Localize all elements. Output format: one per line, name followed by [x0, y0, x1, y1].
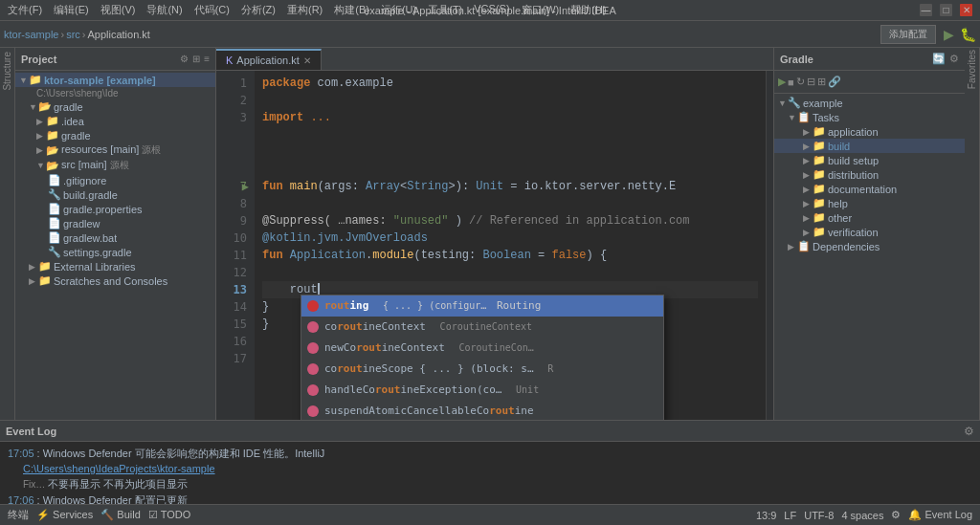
line-ending[interactable]: LF	[784, 510, 796, 521]
gradle-link-icon[interactable]: 🔗	[828, 76, 841, 88]
build-status[interactable]: 🔨 Build	[100, 509, 141, 521]
tree-item-src[interactable]: ▼ 📂 src [main] 源根	[15, 158, 215, 173]
menu-analyze[interactable]: 分析(Z)	[241, 3, 276, 17]
project-panel-tools[interactable]: ⚙ ⊞ ≡	[180, 54, 210, 64]
indent[interactable]: 4 spaces	[841, 510, 883, 521]
right-side-tabs[interactable]: Favorites	[965, 48, 980, 420]
ac-item-routing[interactable]: routing { ... } (configur… Routing	[301, 295, 663, 317]
tree-item-ext-libs[interactable]: ▶ 📁 External Libraries	[15, 259, 215, 273]
gradle-task-distribution-label: distribution	[828, 169, 879, 181]
gradle-sync-icon[interactable]: 🔄	[932, 53, 946, 65]
tree-item-properties[interactable]: 📄 gradle.properties	[15, 202, 215, 216]
event-log-path-1: C:\Users\sheng\IdeaProjects\ktor-sample	[8, 461, 972, 476]
tree-item-gradlew[interactable]: 📄 gradlew	[15, 216, 215, 230]
tree-item-gradle-root[interactable]: ▼ 📂 gradle	[15, 99, 215, 114]
ac-label-coroutine-context: coroutineContext CoroutineContext	[324, 318, 532, 336]
close-button[interactable]: ✕	[960, 4, 972, 16]
window-controls[interactable]: — □ ✕	[920, 4, 972, 16]
gradle-task-distribution-icon: 📁	[813, 168, 826, 181]
menu-code[interactable]: 代码(C)	[194, 3, 230, 17]
gradle-task-help[interactable]: ▶ 📁 help	[774, 196, 965, 210]
tab-close-icon[interactable]: ✕	[303, 55, 311, 66]
gradle-run-icon[interactable]: ▶	[778, 76, 786, 88]
gradle-task-application-label: application	[828, 126, 879, 138]
menu-edit[interactable]: 编辑(E)	[54, 3, 89, 17]
ac-item-handle-coroutine[interactable]: handleCoroutineException(co… Unit	[301, 380, 663, 401]
gradle-refresh-icon[interactable]: ↻	[796, 76, 805, 88]
event-log-link-1[interactable]: C:\Users\sheng\IdeaProjects\ktor-sample	[23, 463, 215, 474]
menu-navigate[interactable]: 导航(N)	[146, 3, 182, 17]
encoding[interactable]: UTF-8	[804, 510, 834, 521]
terminal-status[interactable]: 终端	[8, 508, 29, 522]
tree-arrow-root: ▼	[19, 76, 27, 85]
favorites-tab-label[interactable]: Favorites	[967, 50, 977, 89]
gradle-tools[interactable]: 🔄 ⚙	[932, 53, 959, 65]
settings-status-icon[interactable]: ⚙	[891, 509, 901, 521]
gradle-task-application[interactable]: ▶ 📁 application	[774, 124, 965, 139]
properties-icon: 📄	[48, 203, 61, 215]
gradle-task-build-setup[interactable]: ▶ 📁 build setup	[774, 153, 965, 167]
code-area[interactable]: package com.example import ...	[255, 71, 766, 420]
tree-item-gitignore[interactable]: 📄 .gitignore	[15, 173, 215, 187]
event-log-settings-icon[interactable]: ⚙	[964, 425, 974, 438]
autocomplete-popup[interactable]: routing { ... } (configur… Routing corou…	[301, 295, 664, 420]
menu-refactor[interactable]: 重构(R)	[287, 3, 323, 17]
event-log-entry-1: 17:05 : Windows Defender 可能会影响您的构建和 IDE …	[8, 446, 972, 461]
editor-scrollbar[interactable]	[766, 71, 773, 420]
settings-gradle-icon: 🔧	[48, 246, 61, 258]
gradle-task-verification[interactable]: ▶ 📁 verification	[774, 225, 965, 239]
structure-tab[interactable]: Structure	[0, 48, 15, 420]
event-log-fix[interactable]: Fix…	[23, 479, 45, 490]
tree-item-gradlew-bat[interactable]: 📄 gradlew.bat	[15, 230, 215, 245]
editor-tab-application[interactable]: K Application.kt ✕	[216, 49, 322, 70]
breadcrumb-ktor[interactable]: ktor-sample	[4, 29, 58, 40]
todo-status[interactable]: ☑ TODO	[148, 509, 190, 521]
gradle-collapse-icon[interactable]: ⊟	[807, 76, 815, 88]
gradle-task-distribution[interactable]: ▶ 📁 distribution	[774, 167, 965, 182]
event-log-status[interactable]: 🔔 Event Log	[908, 509, 972, 521]
tree-item-idea[interactable]: ▶ 📁 .idea	[15, 114, 215, 128]
ac-item-new-coroutine-context[interactable]: newCoroutineContext CoroutineCon…	[301, 338, 663, 359]
breadcrumb-src[interactable]: src	[66, 29, 80, 40]
tree-item-resources[interactable]: ▶ 📂 resources [main] 源根	[15, 142, 215, 158]
tree-label-resources: resources [main] 源根	[61, 143, 161, 157]
cursor-position[interactable]: 13:9	[756, 510, 776, 521]
gradle-task-build[interactable]: ▶ 📁 build	[774, 139, 965, 153]
gradle-task-build-label: build	[828, 141, 850, 152]
gear-icon[interactable]: ⚙	[180, 54, 189, 64]
gradle-dependencies-node[interactable]: ▶ 📋 Dependencies	[774, 239, 965, 253]
tree-item-gradle-sub[interactable]: ▶ 📁 gradle	[15, 128, 215, 142]
gradle-tasks-node[interactable]: ▼ 📋 Tasks	[774, 110, 965, 124]
tree-item-build-gradle[interactable]: 🔧 build.gradle	[15, 187, 215, 202]
ac-item-suspend-atomic[interactable]: suspendAtomicCancellableCoroutine	[301, 401, 663, 420]
expand-icon[interactable]: ⊞	[192, 54, 200, 64]
ac-item-coroutine-scope[interactable]: coroutineScope { ... } (block: s… R	[301, 359, 663, 380]
gradle-settings-icon[interactable]: ⚙	[949, 53, 959, 65]
gradle-task-application-icon: 📁	[813, 125, 826, 138]
services-status[interactable]: ⚡ Services	[36, 509, 93, 521]
gradle-task-other[interactable]: ▶ 📁 other	[774, 210, 965, 225]
tree-label-gradle: gradle	[54, 101, 83, 113]
ac-item-coroutine-context[interactable]: coroutineContext CoroutineContext	[301, 317, 663, 338]
tree-root[interactable]: ▼ 📁 ktor-sample [example]	[15, 73, 215, 87]
ac-icon-new-coroutine-context	[307, 342, 319, 354]
maximize-button[interactable]: □	[940, 4, 952, 16]
gradle-toolbar[interactable]: ▶ ■ ↻ ⊟ ⊞ 🔗	[774, 71, 965, 94]
tree-item-settings-gradle[interactable]: 🔧 settings.gradle	[15, 245, 215, 259]
debug-button[interactable]: 🐛	[960, 27, 976, 42]
run-button[interactable]: ▶	[944, 27, 954, 42]
gradle-task-documentation[interactable]: ▶ 📁 documentation	[774, 182, 965, 196]
menu-file[interactable]: 文件(F)	[8, 3, 42, 17]
breadcrumb-file[interactable]: Application.kt	[87, 29, 149, 40]
tree-label-gradlew: gradlew	[63, 218, 100, 230]
tree-item-scratches[interactable]: ▶ 📁 Scratches and Consoles	[15, 273, 215, 288]
gradle-stop-icon[interactable]: ■	[788, 77, 794, 88]
tree-label-gradle-sub: gradle	[61, 130, 91, 142]
minimize-button[interactable]: —	[920, 4, 932, 16]
settings-icon[interactable]: ≡	[204, 54, 210, 64]
gradle-expand-all-icon[interactable]: ⊞	[817, 76, 826, 88]
add-config-button[interactable]: 添加配置	[880, 25, 936, 44]
gradle-tasks-icon: 📋	[797, 111, 811, 123]
menu-view[interactable]: 视图(V)	[100, 3, 136, 17]
gradle-root[interactable]: ▼ 🔧 example	[774, 96, 965, 110]
